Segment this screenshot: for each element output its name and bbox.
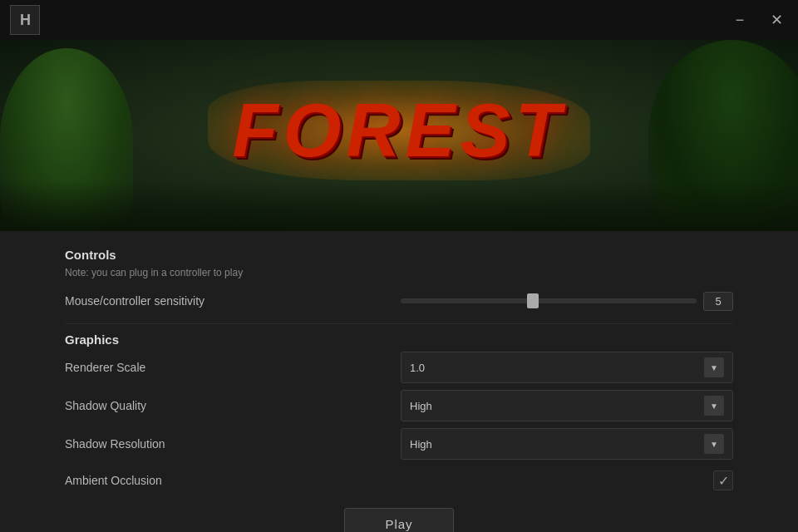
renderer-scale-arrow-icon: ▼: [704, 357, 724, 377]
window-controls: − ✕: [728, 8, 788, 32]
shadow-quality-dropdown[interactable]: High ▼: [401, 390, 733, 421]
ambient-occlusion-checkbox[interactable]: ✓: [713, 470, 733, 490]
sensitivity-row: Mouse/controller sensitivity 5: [65, 287, 733, 315]
settings-panel: Controls Note: you can plug in a control…: [0, 231, 798, 532]
minimize-button[interactable]: −: [728, 8, 751, 32]
shadow-quality-value: High: [410, 400, 704, 412]
app-logo: H: [10, 5, 40, 35]
shadow-resolution-control: High ▼: [401, 428, 733, 460]
divider-1: [65, 323, 733, 324]
shadow-quality-row: Shadow Quality High ▼: [65, 390, 733, 421]
sensitivity-slider[interactable]: [401, 298, 697, 303]
close-button[interactable]: ✕: [765, 8, 788, 32]
controls-heading: Controls: [65, 248, 733, 262]
ambient-occlusion-checkbox-container: ✓: [401, 470, 733, 490]
play-button-row: Play: [65, 508, 733, 532]
ambient-occlusion-row: Ambient Occlusion ✓: [65, 466, 733, 495]
ambient-occlusion-label: Ambient Occlusion: [65, 474, 162, 487]
renderer-scale-dropdown[interactable]: 1.0 ▼: [401, 352, 733, 383]
ambient-occlusion-control: ✓: [401, 470, 733, 490]
renderer-scale-label: Renderer Scale: [65, 361, 145, 374]
renderer-scale-row: Renderer Scale 1.0 ▼: [65, 352, 733, 383]
renderer-scale-control: 1.0 ▼: [401, 352, 733, 383]
shadow-resolution-dropdown[interactable]: High ▼: [401, 428, 733, 460]
shadow-resolution-arrow-icon: ▼: [704, 434, 724, 454]
graphics-heading: Graphics: [65, 332, 733, 347]
ground-overlay: [0, 181, 798, 231]
shadow-quality-control: High ▼: [401, 390, 733, 421]
hero-banner: FOREST: [0, 40, 798, 231]
sensitivity-label: Mouse/controller sensitivity: [65, 294, 204, 308]
controls-note: Note: you can plug in a controller to pl…: [65, 267, 733, 278]
title-bar: H − ✕: [0, 0, 798, 40]
renderer-scale-value: 1.0: [410, 362, 704, 374]
shadow-resolution-label: Shadow Resolution: [65, 437, 165, 451]
shadow-quality-arrow-icon: ▼: [704, 396, 724, 416]
game-title-container: FOREST: [232, 88, 565, 174]
sensitivity-slider-container: 5: [401, 292, 733, 311]
game-title: FOREST: [232, 88, 565, 174]
play-button[interactable]: Play: [344, 508, 453, 532]
sensitivity-value: 5: [703, 292, 733, 311]
shadow-quality-label: Shadow Quality: [65, 399, 146, 412]
shadow-resolution-row: Shadow Resolution High ▼: [65, 428, 733, 460]
sensitivity-control: 5: [401, 292, 733, 311]
shadow-resolution-value: High: [410, 438, 704, 451]
